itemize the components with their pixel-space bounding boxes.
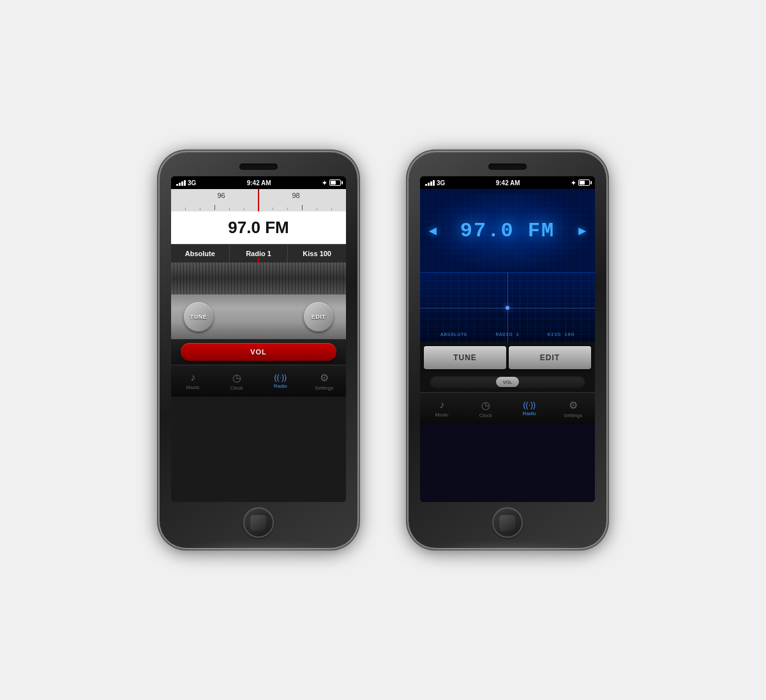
signal-bar-4 (184, 180, 186, 186)
blue-frequency-display: ◄ 97.0 FM ► (420, 189, 595, 272)
tick (214, 205, 215, 210)
signal-bar-r4 (433, 180, 435, 186)
preset-kiss100[interactable]: Kiss 100 (288, 245, 346, 262)
signal-bar-2 (179, 183, 181, 186)
tick (185, 208, 186, 210)
scale-num-98: 98 (292, 192, 299, 199)
tab-clock-left[interactable]: ◷ Clock (215, 365, 259, 397)
tab-radio-left[interactable]: ((·)) Radio (259, 365, 303, 397)
tune-button[interactable]: TUNE (184, 302, 213, 331)
preset-absolute[interactable]: Absolute (171, 245, 230, 262)
clock-icon-left: ◷ (232, 372, 241, 384)
clock-label-right: Clock (479, 413, 492, 418)
signal-dot (506, 306, 509, 310)
earpiece (239, 164, 278, 170)
freq-arrow-right[interactable]: ► (576, 224, 589, 238)
tuner-needle (258, 189, 259, 211)
tab-bar-right: ♪ Music ◷ Clock ((·)) Radio ⚙ Settings (420, 392, 595, 424)
freq-arrow-left[interactable]: ◄ (426, 224, 439, 238)
preset-radio1[interactable]: Radio 1 (230, 245, 289, 262)
blue-vol-track[interactable]: VOL (430, 376, 585, 388)
blue-preset-kiss100[interactable]: KISS 100 (548, 331, 574, 337)
music-icon-right: ♪ (439, 399, 444, 411)
clock-label-left: Clock (230, 385, 243, 391)
blue-vol-section: VOL (420, 373, 595, 392)
network-label: 3G (188, 179, 196, 186)
right-screen: 3G 9:42 AM ✦ ◄ 97.0 FM ► (420, 176, 595, 502)
right-iphone: 3G 9:42 AM ✦ ◄ 97.0 FM ► (409, 152, 606, 548)
battery-icon (329, 179, 341, 186)
vol-section: VOL (171, 339, 346, 365)
music-label-left: Music (186, 384, 200, 390)
blue-freq-text: 97.0 FM (460, 219, 555, 243)
signal-bar-r1 (425, 184, 427, 186)
tab-music-left[interactable]: ♪ Music (171, 365, 215, 397)
blue-edit-button[interactable]: EDIT (509, 346, 591, 369)
app-content-right: ◄ 97.0 FM ► ABSOLUTE RADIO 1 KISS 100 (420, 189, 595, 502)
blue-tune-button[interactable]: TUNE (424, 346, 506, 369)
tick (331, 208, 332, 210)
tab-bar-left: ♪ Music ◷ Clock ((·)) Radio ⚙ Settings (171, 365, 346, 397)
status-right-right: ✦ (571, 179, 590, 186)
settings-label-right: Settings (564, 413, 582, 418)
battery-icon-right (578, 179, 590, 186)
scale-num-96: 96 (217, 192, 225, 199)
blue-vol-thumb[interactable]: VOL (496, 377, 519, 387)
blue-preset-radio1[interactable]: RADIO 1 (495, 331, 519, 337)
home-button-right[interactable] (493, 508, 522, 536)
time-display-left: 9:42 AM (247, 179, 271, 186)
music-label-right: Music (435, 412, 449, 418)
radio-label-left: Radio (274, 383, 287, 389)
tick (244, 208, 244, 210)
signal-bar-r2 (428, 183, 430, 186)
settings-icon-left: ⚙ (320, 372, 329, 384)
tab-settings-right[interactable]: ⚙ Settings (552, 393, 596, 424)
tick (302, 205, 303, 210)
status-bar-right: 3G 9:42 AM ✦ (420, 176, 595, 189)
page-container: 3G 9:42 AM ✦ 96 98 (134, 126, 632, 574)
battery-fill (331, 181, 336, 185)
blue-controls: TUNE EDIT (420, 342, 595, 373)
music-icon-left: ♪ (190, 372, 195, 383)
blue-presets-labels: ABSOLUTE RADIO 1 KISS 100 (420, 331, 595, 337)
home-button-inner-left (250, 514, 267, 531)
tab-clock-right[interactable]: ◷ Clock (464, 393, 508, 424)
tab-music-right[interactable]: ♪ Music (420, 393, 464, 424)
tab-radio-right[interactable]: ((·)) Radio (507, 393, 552, 424)
signal-bars-right (425, 179, 435, 186)
preset-needle (258, 257, 259, 262)
signal-bar-3 (181, 181, 183, 186)
tick (273, 208, 273, 210)
blue-preset-absolute[interactable]: ABSOLUTE (440, 331, 467, 337)
radio-icon-right: ((·)) (523, 400, 536, 409)
time-display-right: 9:42 AM (496, 179, 520, 186)
radio-label-right: Radio (523, 411, 536, 416)
home-button-inner-right (499, 514, 516, 531)
clock-icon-right: ◷ (481, 399, 490, 411)
status-bar-left: 3G 9:42 AM ✦ (171, 176, 346, 189)
home-button-left[interactable] (244, 508, 273, 536)
edit-button[interactable]: EDIT (304, 302, 333, 331)
signal-bar-r3 (430, 181, 432, 186)
earpiece-right (488, 164, 527, 170)
app-content-left: 96 98 (171, 189, 346, 502)
left-iphone: 3G 9:42 AM ✦ 96 98 (160, 152, 357, 548)
tick (287, 208, 288, 210)
status-right: ✦ (322, 179, 341, 186)
tab-settings-left[interactable]: ⚙ Settings (303, 365, 347, 397)
settings-icon-right: ⚙ (569, 399, 578, 411)
tick (317, 208, 317, 210)
presets-bar: Absolute Radio 1 Kiss 100 (171, 244, 346, 262)
signal-bar-1 (176, 184, 178, 186)
tick (200, 208, 200, 210)
battery-fill-right (580, 181, 585, 185)
vol-track[interactable]: VOL (181, 343, 336, 361)
radio-icon-left: ((·)) (274, 373, 287, 382)
speaker-grill (171, 262, 346, 294)
status-left-right: 3G (425, 179, 445, 186)
network-label-right: 3G (437, 179, 445, 186)
controls-row: TUNE EDIT (171, 294, 346, 339)
frequency-value: 97.0 FM (228, 218, 289, 237)
vol-label: VOL (250, 348, 267, 356)
frequency-scale: 96 98 (171, 189, 346, 211)
